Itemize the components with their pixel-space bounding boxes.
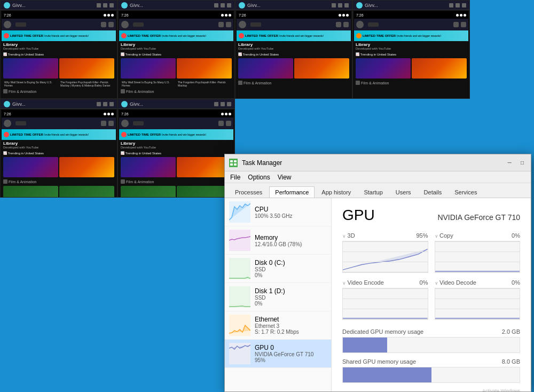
status-bar-2: 7:26 [119, 11, 233, 19]
video-title-1: Why Wall Street Is Buying So Many U.S. H… [3, 81, 58, 87]
task-manager-menubar: File Options View [225, 171, 531, 183]
thumb-9 [3, 157, 58, 177]
gpu-shared-memory-fill [343, 367, 431, 382]
tab-startup[interactable]: Startup [358, 186, 388, 198]
gpu-3d-chart [342, 241, 428, 273]
video-row-bottom-5 [2, 185, 116, 197]
user-avatar-2 [121, 21, 129, 28]
bottom-thumb-2 [59, 186, 114, 197]
file-menu[interactable]: File [227, 173, 244, 182]
grid-line-c [435, 262, 520, 262]
options-menu[interactable]: Options [245, 173, 273, 182]
gpu-3d-header: ∨ 3D 95% [342, 232, 428, 239]
library-sub-6: Developed with YouTube [121, 146, 232, 149]
tile-2-body: 7:26 LIMITED TIME OFFER Invite friends a… [118, 10, 234, 98]
disk0-detail: SSD [255, 266, 327, 272]
disk0-item[interactable]: Disk 0 (C:) SSD 0% [225, 255, 331, 283]
app-nav-4 [354, 19, 468, 30]
ethernet-info: Ethernet Ethernet 3 S: 1.7 R: 0.2 Mbps [255, 316, 327, 335]
app-tile-1: Givv... 7:26 [0, 0, 117, 99]
app-tile-2: Givv... 7:26 [117, 0, 235, 99]
tab-details[interactable]: Details [418, 186, 448, 198]
gpu0-chart [229, 343, 250, 364]
gpu-decode-chevron: ∨ [435, 280, 440, 286]
ethernet-item[interactable]: Ethernet Ethernet 3 S: 1.7 R: 0.2 Mbps [225, 311, 331, 340]
thumb-10 [59, 157, 114, 177]
offer-icon-3 [239, 33, 244, 38]
gpu-charts-grid: ∨ 3D 95% [342, 232, 520, 320]
offer-banner-2: LIMITED TIME OFFER Invite friends and wi… [119, 30, 233, 41]
gpu-decode-chart [435, 288, 521, 320]
memory-item[interactable]: Memory 12.4/16.0 GB (78%) [225, 226, 331, 255]
gpu-shared-memory-label: Shared GPU memory usage 8.0 GB [342, 358, 520, 365]
tile-1-body: 7:26 LIMITED TIME OFFER Invite friends a… [1, 10, 117, 98]
tab-performance[interactable]: Performance [269, 186, 315, 198]
gpu0-label: GPU 0 [255, 344, 327, 351]
status-icons-3 [339, 14, 349, 17]
tab-services[interactable]: Services [449, 186, 483, 198]
video-thumb-3 [121, 58, 176, 79]
tile-3-body: 7:26 LIMITED TIME OFFER Invite friends a… [235, 10, 352, 98]
svg-rect-4 [234, 163, 237, 166]
ethernet-sparkline [229, 315, 250, 336]
gpu-dedicated-memory-fill [343, 338, 387, 352]
app-tile-6: Givv... 7:26 [117, 99, 235, 198]
s6-sig [221, 113, 224, 115]
tile-close-6 [227, 102, 231, 106]
trending-label-2: 📈 Trending in United States [119, 51, 233, 57]
grid-lines-3d [343, 241, 428, 272]
offer-text: LIMITED TIME OFFER [10, 34, 43, 37]
tile-icon-2 [121, 2, 128, 9]
grid-line-e [343, 299, 428, 299]
tile-1-title: Givv... [12, 3, 95, 8]
thumb-7 [356, 58, 411, 79]
gpu-decode-text: Video Decode [439, 279, 476, 286]
nav-item-5 [15, 121, 26, 126]
grid-line-c [435, 252, 520, 252]
gpu-encode-label: ∨ Video Encode [342, 279, 384, 286]
nav-item-3 [250, 22, 261, 27]
gpu-encode-section: ∨ Video Encode 0% [342, 279, 428, 320]
offer-text-2: LIMITED TIME OFFER [128, 34, 161, 37]
tile-5-header: Givv... [1, 99, 117, 109]
grid-line-e [343, 309, 428, 309]
tab-users[interactable]: Users [390, 186, 417, 198]
library-title: Library [3, 42, 114, 47]
cpu-sparkline [229, 201, 250, 223]
tile-icon-4 [356, 2, 363, 9]
gpu-decode-label: ∨ Video Decode [435, 279, 476, 286]
tile-icon-5 [4, 101, 10, 107]
watermark-text: Activate Windows [342, 388, 520, 391]
tile-2-header: Givv... [118, 1, 234, 10]
app-tile-5: Givv... 7:26 [0, 99, 117, 198]
app-nav-6 [119, 117, 233, 129]
tile-4-header: Givv... [353, 1, 469, 10]
user-avatar [4, 21, 11, 28]
offer-banner-5: LIMITED TIME OFFER Invite friends and wi… [2, 129, 116, 140]
tab-processes[interactable]: Processes [229, 186, 268, 198]
gpu-copy-chart [435, 241, 521, 273]
offer-text-6: LIMITED TIME OFFER [128, 133, 161, 136]
gpu0-item[interactable]: GPU 0 NVIDIA GeForce GT 710 95% [225, 340, 331, 368]
disk1-info: Disk 1 (D:) SSD 0% [255, 287, 327, 307]
tile-6-title: Givv... [130, 101, 212, 107]
tab-app-history[interactable]: App history [316, 186, 357, 198]
s3-wifi [342, 14, 345, 17]
grid-line-e [343, 319, 428, 319]
time-2: 7:26 [121, 13, 129, 17]
maximize-button[interactable]: □ [518, 159, 527, 167]
tile-max-2 [221, 3, 225, 7]
performance-sidebar: CPU 100% 3.50 GHz Memory 12.4/16.0 GB (7… [225, 198, 332, 391]
view-menu[interactable]: View [274, 173, 295, 182]
video-title-4: The Forgotten Psychopath Killer -Patrick… [177, 81, 232, 87]
s5-wifi [107, 113, 110, 115]
cpu-item[interactable]: CPU 100% 3.50 GHz [225, 198, 331, 226]
tile-close-4 [462, 3, 466, 7]
nav-icon-7 [453, 22, 459, 27]
gpu0-sparkline [229, 343, 250, 364]
nav-icon-6 [343, 22, 349, 27]
minimize-button[interactable]: ─ [505, 159, 514, 167]
gpu-decode-header: ∨ Video Decode 0% [435, 279, 521, 286]
disk1-item[interactable]: Disk 1 (D:) SSD 0% [225, 283, 331, 311]
tile-min-2 [214, 3, 218, 7]
